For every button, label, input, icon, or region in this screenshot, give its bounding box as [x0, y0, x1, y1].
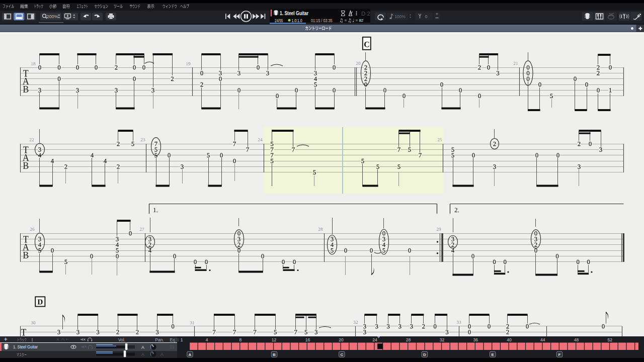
svg-text:A: A [141, 351, 145, 357]
svg-text:D 2: D 2 [361, 11, 370, 17]
svg-text:44: 44 [540, 337, 545, 342]
svg-text:D: D [423, 352, 426, 357]
svg-text:4: 4 [206, 337, 208, 342]
svg-text:1: 1 [181, 337, 183, 342]
svg-text:28: 28 [406, 337, 411, 342]
svg-text:24/55: 24/55 [275, 18, 283, 23]
svg-text:20: 20 [339, 337, 344, 342]
svg-text:12: 12 [272, 337, 277, 342]
svg-text:200%: 200% [46, 14, 58, 19]
svg-text:40: 40 [507, 337, 512, 342]
svg-text:=: = [345, 18, 347, 23]
svg-text:0: 0 [425, 14, 428, 19]
svg-text:= 82: = 82 [356, 18, 364, 23]
svg-text:+: + [436, 12, 438, 17]
svg-text:A: A [189, 352, 192, 357]
svg-text:B: B [273, 352, 276, 357]
svg-text:Vol.: Vol. [118, 337, 125, 342]
svg-text:100%: 100% [394, 14, 406, 19]
svg-text:32: 32 [440, 337, 445, 342]
svg-text:01:15 / 03:35: 01:15 / 03:35 [311, 18, 333, 23]
svg-text:1. Steel Guitar: 1. Steel Guitar [13, 344, 38, 349]
svg-text:1.0:1.0: 1.0:1.0 [292, 18, 302, 23]
svg-text:A: A [160, 344, 164, 350]
svg-text:8: 8 [239, 337, 242, 342]
svg-text:36: 36 [473, 337, 478, 342]
svg-text:24: 24 [372, 337, 377, 342]
svg-text:A: A [160, 351, 164, 357]
svg-text:C: C [341, 352, 344, 357]
svg-text:F: F [558, 352, 561, 357]
svg-text:48: 48 [574, 337, 579, 342]
svg-text:16: 16 [305, 337, 310, 342]
svg-text:52: 52 [607, 337, 612, 342]
svg-text:1. Steel Guitar: 1. Steel Guitar [280, 10, 308, 16]
svg-text:E: E [492, 352, 495, 357]
svg-text:A: A [141, 344, 145, 350]
svg-text:Pan.: Pan. [155, 337, 164, 342]
svg-text:+: + [4, 336, 8, 343]
